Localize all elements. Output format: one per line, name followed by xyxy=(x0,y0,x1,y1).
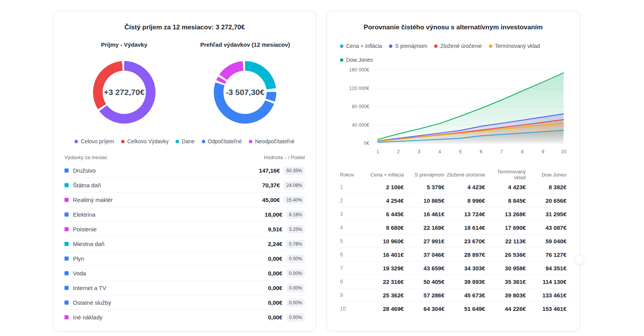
legend-item-label: S prenájmom xyxy=(395,43,427,49)
legend-item-label: Dane xyxy=(182,138,194,144)
legend-item-dane[interactable]: Dane xyxy=(176,138,194,144)
table-row: Štátna daň70,37€24.08% xyxy=(64,178,306,192)
legend-item-term-novan-vklad[interactable]: Termínovaný vklad xyxy=(489,43,540,49)
value-cell: 8 996€ xyxy=(445,197,485,204)
category-color-icon xyxy=(64,242,69,246)
legend-item-celkovo-v-davky[interactable]: Celkovo Výdavky xyxy=(121,138,169,144)
table-row: Realitný maklér45,00€15.40% xyxy=(64,192,306,207)
y-axis-tick-label: 0€ xyxy=(364,141,369,146)
donut-charts-row: Príjmy - Výdavky +3 272,70€ Prehľad výda… xyxy=(64,41,306,124)
legend-item-dow-jones[interactable]: Dow Jones xyxy=(340,57,373,63)
investment-line-chart[interactable]: 0€40 000€80 000€120 000€160 000€12345678… xyxy=(340,64,571,162)
expense-label: Elektrina xyxy=(73,211,252,218)
value-cell: 25 362€ xyxy=(363,292,404,299)
legend-item-neodpo-tate-n-[interactable]: Neodpočítateľné xyxy=(249,138,295,144)
table-row: 24 254€10 865€8 996€8 845€20 656€ xyxy=(340,193,566,207)
expenses-sort-header[interactable]: Hodnota ↓ / Podiel xyxy=(264,154,305,160)
expense-value: 9,51€ xyxy=(252,226,282,232)
legend-item-label: Celovo príjem xyxy=(81,138,114,144)
y-axis-tick-label: 120 000€ xyxy=(349,86,369,91)
investment-column-header: Cena + inflácia xyxy=(363,172,404,178)
category-color-icon xyxy=(64,256,69,261)
legend-item-odpo-tate-n-[interactable]: Odpočítateľné xyxy=(202,138,242,144)
expense-value: 0,00€ xyxy=(252,285,282,291)
table-row: 36 445€16 461€13 724€13 268€31 295€ xyxy=(340,207,566,221)
x-axis-tick-label: 5 xyxy=(459,149,462,154)
value-cell: 43 087€ xyxy=(526,224,566,231)
category-color-icon xyxy=(64,315,69,319)
expense-value: 70,37€ xyxy=(249,182,280,188)
investment-comparison-card: Porovnanie čistého výnosu s alternatívny… xyxy=(326,11,580,331)
income-donut-center-value: +3 272,70€ xyxy=(104,88,145,97)
legend-item-cena-infl-cia[interactable]: Cena + inflácia xyxy=(340,43,382,49)
year-cell: 1 xyxy=(340,184,363,190)
value-cell: 39 893€ xyxy=(445,278,485,285)
year-cell: 9 xyxy=(340,292,363,298)
value-cell: 31 295€ xyxy=(526,211,566,217)
value-cell: 133 461€ xyxy=(526,292,566,299)
x-axis-tick-label: 10 xyxy=(561,149,566,154)
table-row: Elektrina18,00€6.16% xyxy=(64,207,306,222)
expense-share-badge: 3.25% xyxy=(286,225,305,234)
value-cell: 19 329€ xyxy=(363,265,404,272)
series-area-dow-jones xyxy=(378,73,564,143)
value-cell: 39 803€ xyxy=(485,292,526,299)
legend-item-zlo-en-ro-enie[interactable]: Zložené úročenie xyxy=(434,43,482,49)
expense-share-badge: 24.08% xyxy=(284,181,305,190)
value-cell: 13 268€ xyxy=(485,211,526,217)
legend-item-s-pren-jmom[interactable]: S prenájmom xyxy=(389,43,427,49)
legend-dot-icon xyxy=(74,140,78,143)
expenses-breakdown-donut-chart[interactable]: -3 507,30€ xyxy=(214,61,276,124)
investment-column-header: Dow Jones xyxy=(526,172,566,178)
value-cell: 23 670€ xyxy=(445,238,485,244)
value-cell: 16 461€ xyxy=(404,211,444,217)
value-cell: 114 130€ xyxy=(526,278,566,285)
table-row: 1028 469€64 304€51 649€44 226€153 461€ xyxy=(340,302,566,315)
y-axis-tick-label: 160 000€ xyxy=(349,67,369,73)
value-cell: 4 254€ xyxy=(363,197,404,204)
legend-item-celovo-pr-jem[interactable]: Celovo príjem xyxy=(74,138,114,144)
value-cell: 37 046€ xyxy=(404,251,444,258)
expense-label: Internet a TV xyxy=(73,285,252,291)
expenses-table-header: Výdavky za mesiac Hodnota ↓ / Podiel xyxy=(64,154,306,163)
value-cell: 22 316€ xyxy=(363,278,404,285)
year-cell: 7 xyxy=(340,265,363,271)
x-axis-tick-label: 1 xyxy=(377,149,379,154)
value-cell: 10 865€ xyxy=(404,197,444,204)
value-cell: 20 656€ xyxy=(526,197,566,204)
income-vs-expenses-donut-chart[interactable]: +3 272,70€ xyxy=(93,61,156,124)
category-color-icon xyxy=(64,286,69,290)
year-cell: 6 xyxy=(340,251,363,258)
value-cell: 8 680€ xyxy=(363,224,404,231)
expense-label: Poistenie xyxy=(73,226,252,232)
year-cell: 3 xyxy=(340,211,363,217)
table-row: Družstvo147,16€50.35% xyxy=(64,163,306,178)
value-cell: 5 379€ xyxy=(404,184,444,190)
year-cell: 4 xyxy=(340,224,363,231)
legend-item-label: Neodpočítateľné xyxy=(255,138,295,144)
expenses-table: Družstvo147,16€50.35%Štátna daň70,37€24.… xyxy=(64,163,306,324)
table-row: Iné náklady0,00€0.00% xyxy=(64,310,306,324)
value-cell: 27 991€ xyxy=(404,238,444,244)
year-cell: 2 xyxy=(340,197,363,204)
table-row: 719 329€43 659€34 303€30 958€94 351€ xyxy=(340,261,566,275)
investment-table-body: 12 106€5 379€4 423€4 423€8 382€24 254€10… xyxy=(340,180,566,315)
expenses-donut-hole: -3 507,30€ xyxy=(223,71,267,114)
investment-column-header: Termínovaný vklad xyxy=(485,169,526,180)
expense-share-badge: 15.40% xyxy=(284,196,305,204)
expense-share-badge: 0.00% xyxy=(286,284,305,292)
x-axis-tick-label: 4 xyxy=(438,149,441,154)
x-axis-tick-label: 8 xyxy=(521,149,524,154)
card-edge-handle-button[interactable] xyxy=(574,255,584,265)
legend-item-label: Celkovo Výdavky xyxy=(127,138,169,144)
expense-share-badge: 0.00% xyxy=(286,299,305,307)
legend-item-label: Dow Jones xyxy=(346,57,373,63)
expense-share-badge: 0.00% xyxy=(286,269,305,278)
legend-dot-icon xyxy=(489,44,492,48)
year-cell: 10 xyxy=(340,305,363,312)
category-color-icon xyxy=(64,227,69,231)
value-cell: 2 106€ xyxy=(363,184,404,190)
income-donut-hole: +3 272,70€ xyxy=(103,71,146,114)
expense-share-badge: 0.00% xyxy=(286,313,305,322)
category-color-icon xyxy=(64,198,69,202)
